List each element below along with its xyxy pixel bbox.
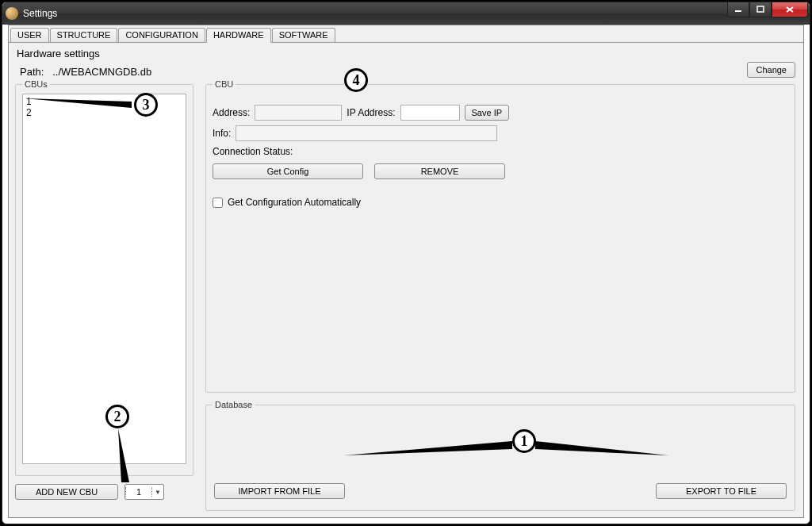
annotation-2: 2 bbox=[105, 405, 129, 428]
ip-input[interactable] bbox=[400, 105, 460, 121]
cbu-legend: CBU bbox=[213, 79, 236, 89]
add-cbu-row: ADD NEW CBU ▼ bbox=[15, 484, 164, 500]
connection-status-label: Connection Status: bbox=[213, 146, 293, 157]
svg-rect-1 bbox=[757, 6, 764, 12]
path-value: ../WEBACMNGDB.db bbox=[52, 66, 151, 78]
tabstrip: USER STRUCTURE CONFIGURATION HARDWARE SO… bbox=[9, 25, 803, 42]
remove-button[interactable]: REMOVE bbox=[374, 163, 505, 179]
settings-window: Settings USER STRUCTURE CONFIGURATION HA… bbox=[2, 2, 810, 524]
address-input[interactable] bbox=[255, 105, 342, 121]
annotation-3: 3 bbox=[134, 93, 158, 117]
auto-config-label: Get Configuration Automatically bbox=[228, 197, 361, 208]
maximize-button[interactable] bbox=[749, 2, 772, 17]
database-legend: Database bbox=[213, 400, 255, 409]
cbu-number-input[interactable] bbox=[125, 487, 152, 497]
import-from-file-button[interactable]: IMPORT FROM FILE bbox=[214, 483, 345, 499]
export-to-file-button[interactable]: EXPORT TO FILE bbox=[656, 483, 787, 499]
chevron-down-icon[interactable]: ▼ bbox=[152, 489, 163, 496]
cbu-number-spinner[interactable]: ▼ bbox=[124, 484, 164, 500]
info-input[interactable] bbox=[236, 125, 497, 141]
list-item[interactable]: 2 bbox=[25, 107, 184, 118]
minimize-button[interactable] bbox=[727, 2, 749, 17]
window-controls bbox=[727, 2, 808, 17]
get-config-button[interactable]: Get Config bbox=[213, 163, 363, 179]
path-row: Path: ../WEBACMNGDB.db bbox=[20, 66, 797, 78]
save-ip-button[interactable]: Save IP bbox=[465, 105, 510, 121]
tab-user[interactable]: USER bbox=[10, 28, 49, 43]
add-new-cbu-button[interactable]: ADD NEW CBU bbox=[15, 484, 118, 500]
address-label: Address: bbox=[213, 107, 250, 118]
app-icon bbox=[6, 7, 18, 20]
info-label: Info: bbox=[213, 128, 231, 139]
cbu-panel: CBU Address: IP Address: Save IP Info: C… bbox=[205, 79, 795, 393]
list-item[interactable]: 1 bbox=[25, 96, 184, 107]
annotation-4: 4 bbox=[344, 68, 368, 92]
tab-hardware[interactable]: HARDWARE bbox=[206, 28, 271, 43]
tab-page-hardware: Hardware settings Path: ../WEBACMNGDB.db… bbox=[9, 42, 803, 516]
window-title: Settings bbox=[23, 8, 57, 19]
auto-config-checkbox[interactable] bbox=[213, 198, 223, 208]
tab-structure[interactable]: STRUCTURE bbox=[50, 28, 118, 43]
client-area: USER STRUCTURE CONFIGURATION HARDWARE SO… bbox=[8, 25, 804, 518]
page-title: Hardware settings bbox=[17, 48, 797, 60]
path-label: Path: bbox=[20, 66, 44, 78]
cbus-legend: CBUs bbox=[22, 79, 50, 89]
cbus-listbox[interactable]: 1 2 bbox=[22, 94, 186, 464]
close-button[interactable] bbox=[772, 2, 808, 17]
tab-configuration[interactable]: CONFIGURATION bbox=[118, 28, 205, 43]
titlebar[interactable]: Settings bbox=[2, 2, 810, 25]
database-panel: Database IMPORT FROM FILE EXPORT TO FILE bbox=[205, 400, 795, 511]
ip-label: IP Address: bbox=[347, 107, 395, 118]
annotation-1: 1 bbox=[512, 429, 536, 453]
tab-software[interactable]: SOFTWARE bbox=[272, 28, 335, 43]
change-button[interactable]: Change bbox=[747, 62, 795, 78]
cbus-panel: CBUs 1 2 bbox=[15, 79, 193, 476]
